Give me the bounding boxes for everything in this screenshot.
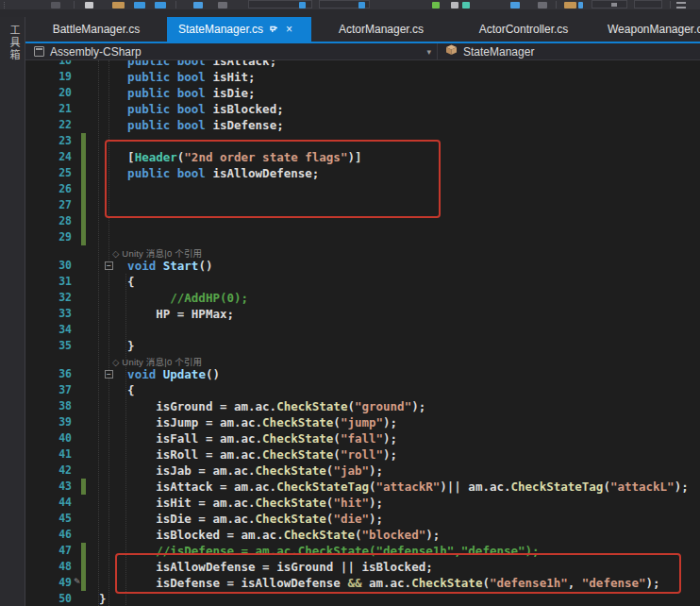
code-line-34[interactable]: 34 (25, 322, 700, 338)
code-line-25[interactable]: 25 public bool isAllowDefense; (25, 165, 700, 181)
toolbar-box-1[interactable] (592, 0, 627, 8)
toolbar-icon-lines[interactable] (676, 2, 686, 8)
toolbar-box-2[interactable] (634, 0, 662, 8)
code-line-42[interactable]: 42 isJab = am.ac.CheckState("jab"); (25, 463, 700, 479)
change-tracking-bar (81, 133, 86, 149)
toolbar-gap (0, 9, 700, 17)
toolbar-icon-arrow (578, 2, 583, 8)
code-line-18[interactable]: 18 public bool isAttack; (25, 60, 700, 69)
token: () (206, 367, 220, 381)
chevron-down-icon: ▾ (426, 47, 431, 57)
token: isJab = am.ac. (99, 463, 256, 478)
toolbar-icon-back[interactable] (51, 2, 60, 8)
close-icon[interactable]: × (286, 25, 292, 34)
code-line-43[interactable]: 43 isAttack = am.ac.CheckStateTag("attac… (25, 479, 700, 495)
toolbar-icon-newfile[interactable] (85, 2, 93, 8)
code-line-30[interactable]: 30− void Start() (25, 258, 700, 274)
code-line-47[interactable]: 47 //isDefense = am.ac.CheckState("defen… (25, 543, 700, 559)
code-line-26[interactable]: 26 (25, 181, 700, 197)
token: public (127, 86, 170, 100)
tab-battlemanager[interactable]: BattleManager.cs (25, 17, 167, 42)
token (170, 166, 177, 180)
code-line-28[interactable]: 28 (25, 213, 700, 229)
code-text: public bool isAllowDefense; (99, 165, 319, 181)
collapse-region-button[interactable]: − (105, 261, 113, 270)
toolbar-icon-save-all[interactable] (155, 2, 166, 8)
code-line-23[interactable]: 23 (25, 133, 700, 149)
toolbar-dropdown-glyph (299, 2, 306, 8)
code-line-19[interactable]: 19 public bool isHit; (25, 69, 700, 85)
code-line-24[interactable]: 24 [Header("2nd order state flags")] (25, 149, 700, 165)
token: , (568, 576, 582, 590)
code-line-46[interactable]: 46 isBlocked = am.ac.CheckState("blocked… (25, 527, 700, 543)
toolbar-icon-1[interactable] (451, 2, 458, 8)
token: bool (177, 86, 206, 100)
token: Header (135, 150, 177, 164)
code-line-20[interactable]: 20 public bool isDie; (25, 85, 700, 101)
toolbar-separator (670, 1, 671, 8)
code-text: isGround = am.ac.CheckState("ground"); (99, 398, 425, 414)
type-dropdown[interactable]: StateManager (438, 43, 542, 59)
pin-icon[interactable] (270, 23, 279, 36)
toolbar-icon-2[interactable] (462, 2, 470, 8)
token: } (99, 592, 107, 606)
toolbar-icon-undo[interactable] (193, 2, 203, 8)
code-line-22[interactable]: 22 public bool isDefense; (25, 117, 700, 133)
tab-actormanager[interactable]: ActorManager.cs (311, 17, 451, 42)
tab-weaponmanager[interactable]: WeaponManager.cs (596, 17, 700, 42)
collapse-region-button[interactable]: − (105, 370, 113, 379)
code-line-41[interactable]: 41 isRoll = am.ac.CheckState("roll"); (25, 446, 700, 463)
toolbar-icon-3[interactable] (510, 2, 520, 8)
project-dropdown[interactable]: Assembly-CSharp ▾ (25, 43, 437, 59)
code-text: isFall = am.ac.CheckState("fall"); (99, 430, 397, 446)
tab-statemanager-active[interactable]: StateManager.cs × (167, 17, 311, 42)
toolbar-icon-run[interactable] (432, 2, 440, 8)
code-line-40[interactable]: 40 isFall = am.ac.CheckState("fall"); (25, 430, 700, 446)
code-line-45[interactable]: 45 isDie = am.ac.CheckState("die"); (25, 511, 700, 527)
code-line-27[interactable]: 27 (25, 197, 700, 213)
sidebar-tab-toolbox[interactable]: 工具箱 (7, 25, 22, 61)
token: "jump" (341, 415, 383, 429)
token: "attackR" (376, 480, 441, 494)
code-line-32[interactable]: 32 //AddHP(0); (25, 290, 700, 306)
token (99, 367, 127, 381)
code-line-48[interactable]: 48 isAllowDefense = isGround || isBlocke… (25, 559, 700, 575)
token: isFall = am.ac. (99, 431, 262, 446)
code-line-50[interactable]: 50} (25, 591, 700, 606)
code-text: //AddHP(0); (99, 290, 248, 306)
token: isAllowDefense = isGround || isBlocked; (99, 560, 433, 574)
code-line-33[interactable]: 33 HP = HPMax; (25, 306, 700, 322)
toolbar-icon-redo[interactable] (218, 2, 227, 8)
code-editor[interactable]: 18 public bool isAttack;19 public bool i… (25, 60, 700, 606)
code-text: isJump = am.ac.CheckState("jump"); (99, 414, 397, 430)
toolbar-icon-attach[interactable] (564, 2, 576, 8)
code-line-38[interactable]: 38 isGround = am.ac.CheckState("ground")… (25, 398, 700, 414)
toolbar-icon-4[interactable] (538, 2, 547, 8)
token (170, 60, 177, 68)
token: ( (333, 447, 341, 462)
token (170, 86, 177, 100)
toolbar-separator (74, 1, 75, 8)
code-line-36[interactable]: 36− void Update() (25, 366, 700, 382)
code-line-29[interactable]: 29 (25, 229, 700, 245)
code-line-49[interactable]: 49✎ isDefense = isAllowDefense && am.ac.… (25, 575, 700, 591)
tab-actorcontroller[interactable]: ActorController.cs (451, 17, 596, 42)
code-line-39[interactable]: 39 isJump = am.ac.CheckState("jump"); (25, 414, 700, 430)
toolbar-icon-save[interactable] (134, 2, 145, 8)
code-text: public bool isDie; (99, 85, 256, 101)
code-line-44[interactable]: 44 isHit = am.ac.CheckState("hit"); (25, 495, 700, 511)
toolbar-icon-open-folder[interactable] (112, 2, 125, 8)
line-number: 24 (25, 149, 72, 165)
change-tracking-bar (81, 165, 86, 181)
code-line-37[interactable]: 37 { (25, 382, 700, 398)
editor-navigation-bar: Assembly-CSharp ▾ StateManager (25, 43, 700, 60)
token: "attackL" (610, 480, 675, 494)
token: bool (177, 118, 206, 132)
code-line-21[interactable]: 21 public bool isBlocked; (25, 101, 700, 117)
token: { (99, 275, 135, 289)
line-number: 41 (25, 446, 72, 463)
code-lines: 18 public bool isAttack;19 public bool i… (25, 60, 700, 606)
code-line-31[interactable]: 31 { (25, 274, 700, 290)
token: CheckState (256, 496, 326, 510)
code-line-35[interactable]: 35 } (25, 338, 700, 354)
